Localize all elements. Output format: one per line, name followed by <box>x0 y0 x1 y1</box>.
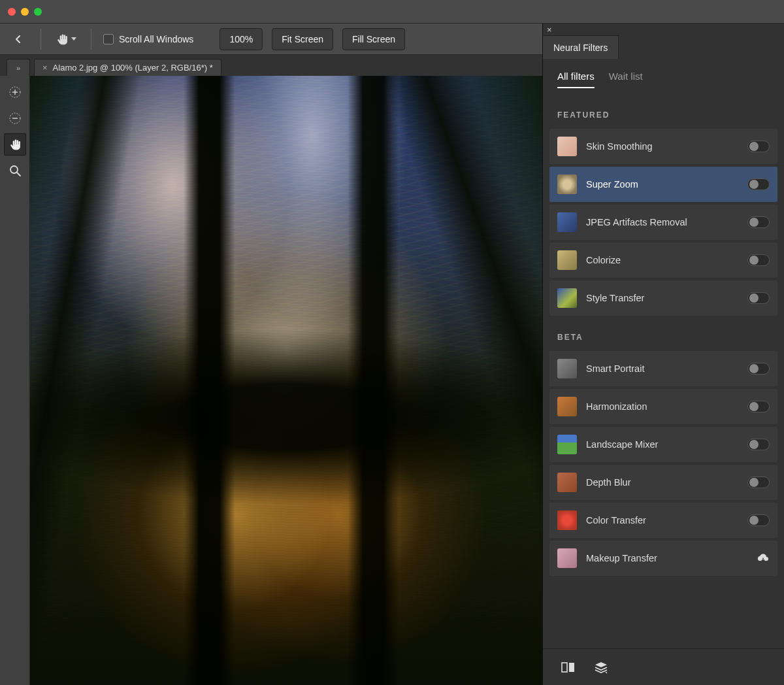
svg-point-2 <box>10 166 18 173</box>
filter-label: Skin Smoothing <box>586 141 738 152</box>
filter-thumb-zoom <box>557 175 577 194</box>
filter-label: JPEG Artifacts Removal <box>586 217 738 227</box>
filter-toggle-ctrans[interactable] <box>747 514 770 526</box>
divider <box>41 29 41 50</box>
minimize-window-button[interactable] <box>21 8 29 16</box>
svg-rect-4 <box>569 663 574 672</box>
zoom-in-tool[interactable] <box>4 81 26 103</box>
filter-row-ctrans[interactable]: Color Transfer <box>549 503 777 538</box>
document-canvas[interactable] <box>30 76 542 685</box>
filter-row-harm[interactable]: Harmonization <box>549 389 777 424</box>
filter-label: Smart Portrait <box>586 363 738 374</box>
document-tab-title: Alamo 2.jpg @ 100% (Layer 2, RGB/16*) * <box>53 63 213 73</box>
canvas-area[interactable] <box>30 76 542 685</box>
cloud-download-icon[interactable] <box>757 553 770 563</box>
close-tab-button[interactable]: × <box>42 63 48 73</box>
hand-tool-preset[interactable] <box>53 29 79 50</box>
filter-row-zoom[interactable]: Super Zoom <box>549 167 777 202</box>
filter-label: Landscape Mixer <box>586 439 738 450</box>
back-button[interactable] <box>8 29 29 50</box>
fill-screen-button[interactable]: Fill Screen <box>342 28 405 50</box>
window-controls <box>8 8 42 16</box>
filter-row-makeup[interactable]: Makeup Transfer <box>549 541 777 576</box>
filter-thumb-smart <box>557 359 577 378</box>
filter-thumb-harm <box>557 397 577 416</box>
options-bar: Scroll All Windows 100% Fit Screen Fill … <box>0 24 542 55</box>
filter-toggle-harm[interactable] <box>747 401 770 412</box>
tab-wait-list[interactable]: Wait list <box>609 71 643 88</box>
document-tab[interactable]: × Alamo 2.jpg @ 100% (Layer 2, RGB/16*) … <box>34 59 221 76</box>
filter-row-depth[interactable]: Depth Blur <box>549 465 777 500</box>
close-window-button[interactable] <box>8 8 16 16</box>
tab-all-filters[interactable]: All filters <box>557 71 595 88</box>
filter-toggle-color[interactable] <box>747 254 770 266</box>
filter-row-land[interactable]: Landscape Mixer <box>549 427 777 462</box>
section-header-beta: BETA <box>543 318 784 348</box>
panel-close-button[interactable]: × <box>547 25 552 35</box>
filter-thumb-land <box>557 435 577 454</box>
filter-thumb-ctrans <box>557 510 577 530</box>
panel-title-tab[interactable]: Neural Filters <box>543 35 619 59</box>
scroll-all-windows-option[interactable]: Scroll All Windows <box>103 34 193 44</box>
filter-toggle-skin[interactable] <box>747 141 770 152</box>
fit-screen-button[interactable]: Fit Screen <box>272 28 333 50</box>
filter-toggle-jpeg[interactable] <box>747 216 770 228</box>
scroll-all-checkbox[interactable] <box>103 34 114 44</box>
filter-row-color[interactable]: Colorize <box>549 242 777 278</box>
filter-label: Depth Blur <box>586 477 738 488</box>
filter-row-style[interactable]: Style Transfer <box>549 280 777 316</box>
zoom-level-button[interactable]: 100% <box>220 28 263 50</box>
filter-row-smart[interactable]: Smart Portrait <box>549 351 777 386</box>
filter-row-skin[interactable]: Skin Smoothing <box>549 129 777 164</box>
left-tool-strip <box>0 76 30 685</box>
layers-icon[interactable] <box>594 661 608 674</box>
filter-label: Colorize <box>586 255 738 265</box>
filter-label: Super Zoom <box>586 179 738 190</box>
svg-rect-3 <box>562 663 567 672</box>
filter-thumb-skin <box>557 137 577 156</box>
expand-panels-button[interactable]: » <box>7 59 30 76</box>
zoom-out-tool[interactable] <box>4 107 26 129</box>
document-tab-bar: » × Alamo 2.jpg @ 100% (Layer 2, RGB/16*… <box>0 55 542 76</box>
hand-tool[interactable] <box>4 133 26 156</box>
filter-label: Style Transfer <box>586 293 738 303</box>
filter-thumb-jpeg <box>557 212 577 232</box>
divider <box>91 29 91 50</box>
filter-toggle-land[interactable] <box>747 439 770 450</box>
filter-row-jpeg[interactable]: JPEG Artifacts Removal <box>549 205 777 240</box>
filter-label: Color Transfer <box>586 515 738 526</box>
panel-bottom-bar <box>543 648 784 685</box>
filter-toggle-zoom[interactable] <box>747 178 770 190</box>
filter-toggle-smart[interactable] <box>747 363 770 375</box>
neural-filters-panel: × Neural Filters All filters Wait list F… <box>542 24 784 685</box>
filter-label: Harmonization <box>586 401 738 412</box>
chevron-down-icon <box>71 37 76 41</box>
before-after-icon[interactable] <box>561 661 576 674</box>
zoom-tool[interactable] <box>4 159 26 182</box>
filter-toggle-depth[interactable] <box>747 476 770 488</box>
filter-thumb-makeup <box>557 548 577 568</box>
section-header-featured: FEATURED <box>543 96 784 126</box>
filter-thumb-color <box>557 250 577 270</box>
maximize-window-button[interactable] <box>34 8 42 16</box>
scroll-all-label: Scroll All Windows <box>119 34 193 44</box>
filter-thumb-depth <box>557 473 577 492</box>
filter-toggle-style[interactable] <box>747 292 770 304</box>
window-titlebar <box>0 0 784 24</box>
filter-thumb-style <box>557 288 577 308</box>
filter-label: Makeup Transfer <box>586 553 747 563</box>
